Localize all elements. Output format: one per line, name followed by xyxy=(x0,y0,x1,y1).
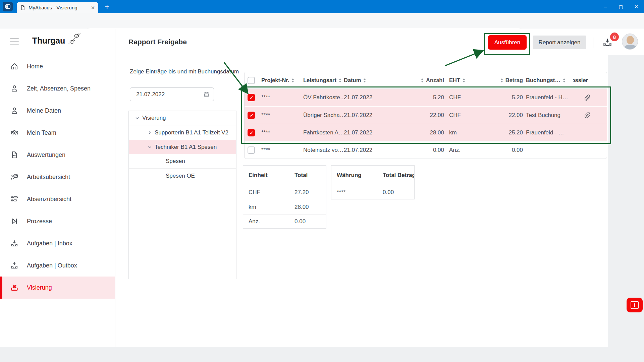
row-checkbox-checked[interactable] xyxy=(248,94,255,101)
sort-icon xyxy=(338,78,342,83)
entries-table: Projekt-Nr. Leistungsart Datum Anzahl EH… xyxy=(244,72,607,159)
table-row[interactable]: **** Übriger Sacha… 21.07.2022 22.00 CHF… xyxy=(245,106,607,124)
summary-row: CHF 27.20 xyxy=(243,185,326,200)
sidebar-item-home[interactable]: Home xyxy=(0,55,115,77)
close-window-button[interactable]: ✕ xyxy=(629,0,644,13)
table-row[interactable]: **** Fahrtkosten A… 21.07.2022 28.00 km … xyxy=(245,124,607,141)
table-row[interactable]: **** Noteinsatz vo… 21.07.2022 0.00 Anz.… xyxy=(245,141,607,159)
cell-booking: Frauenfeld - H… xyxy=(523,94,573,101)
summary-row: km 28.00 xyxy=(243,200,326,215)
sidebar-item-meine-daten[interactable]: Meine Daten xyxy=(0,100,115,122)
ausfuehren-button[interactable]: Ausführen xyxy=(488,35,527,50)
cell-project: **** xyxy=(261,112,303,119)
summary-header-row: Währung Total Betrag inte… xyxy=(331,166,414,185)
sidebar-item-aufgaben-outbox[interactable]: Aufgaben | Outbox xyxy=(0,254,115,277)
sidebar-item-zeit-absenzen-spesen[interactable]: Zeit, Absenzen, Spesen xyxy=(0,77,115,100)
tree-item-label: Supporterin B1 A1 Teilzeit V2 xyxy=(155,129,228,136)
person-icon xyxy=(10,84,19,93)
chevron-right-icon xyxy=(147,130,152,135)
sidebar-item-arbeitsuebersicht[interactable]: Arbeitsübersicht xyxy=(0,166,115,188)
info-button[interactable]: i xyxy=(627,298,643,312)
tree-item-label: Spesen xyxy=(166,158,185,165)
cell-type: ÖV Fahrtkoste… xyxy=(303,94,344,101)
row-checkbox-checked[interactable] xyxy=(248,129,255,136)
cell-unit: Anz. xyxy=(444,147,489,154)
browser-tab[interactable]: MyAbacus - Visierung ✕ xyxy=(17,2,98,13)
sort-icon xyxy=(462,78,466,83)
tree-item-label: Techniker B1 A1 Spesen xyxy=(155,144,217,150)
cell-amount: 22.00 xyxy=(489,112,523,119)
col-datum[interactable]: Datum xyxy=(344,77,384,83)
sidebar-item-label: Absenzübersicht xyxy=(27,196,71,203)
paperclip-icon[interactable] xyxy=(584,112,591,118)
inbox-icon xyxy=(10,239,19,248)
summary-col-total-betrag: Total Betrag inte… xyxy=(383,172,414,179)
summary-total: 28.00 xyxy=(294,204,326,210)
new-tab-button[interactable]: + xyxy=(102,2,112,11)
sidebar-item-prozesse[interactable]: Prozesse xyxy=(0,210,115,232)
sidebar-nav: Home Zeit, Absenzen, Spesen Meine Daten … xyxy=(0,55,115,299)
cell-date: 21.07.2022 xyxy=(344,129,384,136)
sidebar-item-auswertungen[interactable]: Auswertungen xyxy=(0,144,115,166)
summary-unit: km xyxy=(249,204,294,210)
minimize-button[interactable]: – xyxy=(598,0,613,13)
tree-item-spesen-oe[interactable]: Spesen OE xyxy=(129,169,236,183)
user-avatar[interactable] xyxy=(622,34,638,50)
team-icon xyxy=(10,128,19,137)
browser-tab-bar: MyAbacus - Visierung ✕ + – ▢ ✕ xyxy=(0,0,644,13)
process-icon xyxy=(10,217,19,226)
col-projekt-nr[interactable]: Projekt-Nr. xyxy=(261,77,303,83)
sidebar-item-aufgaben-inbox[interactable]: Aufgaben | Inbox xyxy=(0,232,115,254)
tree-item-spesen[interactable]: Spesen xyxy=(129,154,236,169)
report-document-icon xyxy=(10,150,19,159)
menu-hamburger-icon[interactable] xyxy=(10,39,19,45)
summary-currency: **** xyxy=(337,189,383,196)
cell-project: **** xyxy=(261,94,303,101)
tree-item-visierung[interactable]: Visierung xyxy=(129,111,236,125)
row-checkbox-checked[interactable] xyxy=(248,112,255,119)
paperclip-icon[interactable] xyxy=(584,95,591,101)
sidebar-item-visierung[interactable]: Visierung xyxy=(0,277,115,299)
thurgau-logo: Thurgau xyxy=(32,35,83,46)
tree-item-techniker[interactable]: Techniker B1 A1 Spesen xyxy=(129,140,236,154)
cell-date: 21.07.2022 xyxy=(344,112,384,119)
col-betrag[interactable]: Betrag xyxy=(489,77,523,83)
tree-item-label: Visierung xyxy=(142,115,166,121)
tree-item-supporterin[interactable]: Supporterin B1 A1 Teilzeit V2 xyxy=(129,125,236,140)
sidebar-item-label: Aufgaben | Inbox xyxy=(27,240,72,247)
summary-unit: CHF xyxy=(249,189,294,196)
select-all-checkbox[interactable] xyxy=(248,77,255,84)
summary-total: 0.00 xyxy=(294,218,326,225)
sidebar: Thurgau Home Zeit, Absenzen, Spesen Mein… xyxy=(0,29,115,347)
sidebar-item-label: Prozesse xyxy=(27,218,52,225)
cell-type: Fahrtkosten A… xyxy=(303,129,344,136)
report-anzeigen-button[interactable]: Report anzeigen xyxy=(533,36,586,49)
cell-unit: km xyxy=(444,129,489,136)
tree-item-label: Spesen OE xyxy=(166,173,195,179)
sidebar-item-label: Visierung xyxy=(27,284,52,291)
cell-count: 22.00 xyxy=(384,112,444,119)
col-buchungstext[interactable]: Buchungst… xyxy=(523,77,573,83)
close-tab-icon[interactable]: ✕ xyxy=(91,5,95,10)
summary-total: 27.20 xyxy=(294,189,326,196)
summary-currency-table: Währung Total Betrag inte… **** 0.00 xyxy=(331,165,415,199)
thurgau-crest-icon xyxy=(66,31,83,46)
col-eht[interactable]: EHT xyxy=(444,77,489,83)
calendar-icon[interactable] xyxy=(203,91,210,98)
sidebar-item-mein-team[interactable]: Mein Team xyxy=(0,122,115,144)
col-anzahl[interactable]: Anzahl xyxy=(384,77,444,83)
booking-date-input[interactable]: 21.07.2022 xyxy=(130,87,214,101)
filter-label: Zeige Einträge bis und mit Buchungsdatum xyxy=(130,68,239,75)
chevron-down-icon xyxy=(135,116,140,120)
sort-icon xyxy=(562,78,566,83)
row-checkbox-unchecked[interactable] xyxy=(248,146,255,154)
col-dossier[interactable]: Dossier xyxy=(573,77,607,83)
table-row[interactable]: **** ÖV Fahrtkoste… 21.07.2022 5.20 CHF … xyxy=(245,89,607,106)
col-leistungsart[interactable]: Leistungsart xyxy=(303,77,344,83)
summary-col-total: Total xyxy=(294,172,326,179)
workspaces-button[interactable] xyxy=(3,2,13,11)
sidebar-item-label: Zeit, Absenzen, Spesen xyxy=(27,85,91,92)
sidebar-item-absenzuebersicht[interactable]: Absenzübersicht xyxy=(0,188,115,210)
summary-total: 0.00 xyxy=(383,189,414,196)
maximize-button[interactable]: ▢ xyxy=(613,0,629,13)
